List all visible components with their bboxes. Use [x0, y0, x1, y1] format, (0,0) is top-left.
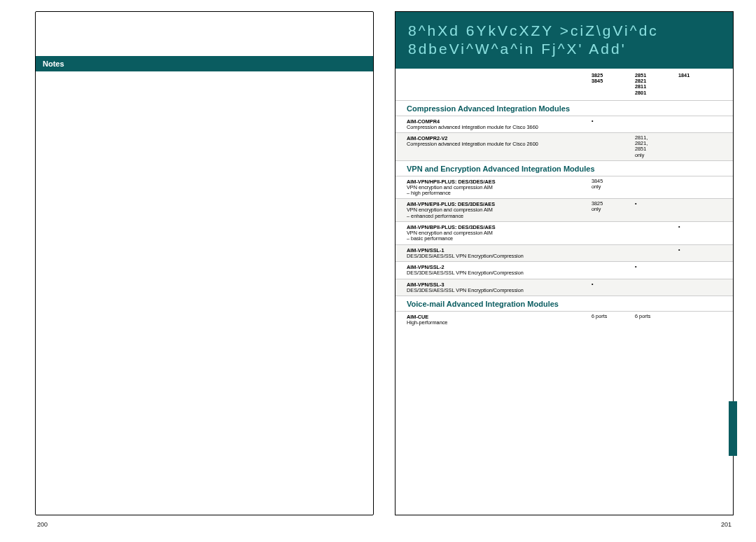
row-col — [678, 179, 722, 197]
row-col: • — [592, 282, 635, 293]
row-col — [678, 264, 722, 276]
row-col — [678, 135, 722, 158]
row-label: AIM-VPN/SSL-3DES/3DES/AES/SSL VPN Encryp… — [407, 282, 592, 293]
row-col: • — [678, 247, 722, 259]
row-cols: 6 ports6 ports — [592, 314, 722, 326]
row-desc: High-performance — [407, 320, 586, 326]
table-row: AIM-CUEHigh-performance6 ports6 ports — [396, 311, 733, 328]
row-col — [592, 224, 635, 242]
row-col — [678, 314, 722, 326]
table-row: AIM-VPN/SSL-3DES/3DES/AES/SSL VPN Encryp… — [396, 279, 733, 296]
table-row: AIM-VPN/BPII-PLUS: DES/3DES/AESVPN encry… — [396, 221, 733, 244]
row-desc: Compression advanced integration module … — [407, 125, 586, 130]
right-page-title: 8^hXd 6YkVcXZY >ciZ\gVi^dc 8dbeVi^W^a^in… — [396, 12, 733, 69]
row-col — [678, 118, 722, 130]
column-headers: 38253845 2851282128112801 1841 — [396, 69, 733, 101]
sections-container: Compression Advanced Integration Modules… — [396, 100, 733, 328]
right-page: 8^hXd 6YkVcXZY >ciZ\gVi^dc 8dbeVi^W^a^in… — [395, 11, 734, 515]
table-row: AIM-VPN/HPII-PLUS: DES/3DES/AESVPN encry… — [396, 176, 733, 199]
row-col: 6 ports — [635, 314, 678, 326]
row-col — [592, 264, 635, 276]
section-title: VPN and Encryption Advanced Integration … — [396, 160, 733, 176]
row-col: 3825only — [592, 201, 635, 219]
row-col — [592, 247, 635, 259]
row-desc: DES/3DES/AES/SSL VPN Encryption/Compress… — [407, 253, 586, 259]
row-label: AIM-CUEHigh-performance — [407, 314, 592, 326]
row-desc: VPN encryption and compression AIM– enha… — [407, 207, 586, 219]
row-col: • — [592, 118, 635, 130]
row-col: 3845only — [592, 179, 635, 197]
col-header-1: 38253845 — [592, 73, 635, 97]
row-col — [678, 282, 722, 293]
left-page: Notes 200 — [35, 11, 374, 515]
table-row: AIM-VPN/EPII-PLUS: DES/3DES/AESVPN encry… — [396, 198, 733, 221]
section-title: Compression Advanced Integration Modules — [396, 100, 733, 116]
row-cols: 3825only• — [592, 201, 722, 219]
row-col: • — [635, 201, 678, 219]
row-desc: Compression advanced integration module … — [407, 141, 586, 147]
row-desc: VPN encryption and compression AIM– basi… — [407, 230, 586, 242]
row-cols: • — [592, 264, 722, 276]
row-col: 2811,2821,2851only — [635, 135, 678, 158]
row-col — [678, 201, 722, 219]
col-header-3: 1841 — [678, 73, 722, 97]
row-col — [635, 247, 678, 259]
row-label: AIM-VPN/BPII-PLUS: DES/3DES/AESVPN encry… — [407, 224, 592, 242]
row-col — [635, 118, 678, 130]
row-col — [635, 224, 678, 242]
section-title: Voice-mail Advanced Integration Modules — [396, 296, 733, 311]
title-line-1: 8^hXd 6YkVcXZY >ciZ\gVi^dc — [408, 22, 724, 40]
row-label: AIM-COMPR2-V2Compression advanced integr… — [407, 135, 592, 158]
table-row: AIM-COMPR4Compression advanced integrati… — [396, 116, 733, 132]
row-cols: 2811,2821,2851only — [592, 135, 722, 158]
row-cols: 3845only — [592, 179, 722, 197]
row-desc: DES/3DES/AES/SSL VPN Encryption/Compress… — [407, 270, 586, 276]
row-cols: • — [592, 224, 722, 242]
row-col — [635, 282, 678, 293]
left-header-spacer — [36, 12, 373, 56]
row-label: AIM-VPN/SSL-1DES/3DES/AES/SSL VPN Encryp… — [407, 247, 592, 259]
row-label: AIM-VPN/EPII-PLUS: DES/3DES/AESVPN encry… — [407, 201, 592, 219]
right-page-number: 201 — [721, 521, 732, 528]
row-cols: • — [592, 282, 722, 293]
row-label: AIM-COMPR4Compression advanced integrati… — [407, 118, 592, 130]
row-col — [635, 179, 678, 197]
title-line-2: 8dbeVi^W^a^in Fj^X' Add' — [408, 40, 724, 58]
row-desc: VPN encryption and compression AIM– high… — [407, 185, 586, 197]
row-label: AIM-VPN/HPII-PLUS: DES/3DES/AESVPN encry… — [407, 179, 592, 197]
row-desc: DES/3DES/AES/SSL VPN Encryption/Compress… — [407, 288, 586, 293]
row-cols: • — [592, 247, 722, 259]
table-row: AIM-VPN/SSL-1DES/3DES/AES/SSL VPN Encryp… — [396, 244, 733, 261]
row-col — [592, 135, 635, 158]
side-tab — [729, 401, 737, 456]
table-row: AIM-VPN/SSL-2DES/3DES/AES/SSL VPN Encryp… — [396, 261, 733, 278]
row-col: • — [678, 224, 722, 242]
notes-header: Notes — [36, 56, 373, 71]
row-col: • — [635, 264, 678, 276]
left-page-number: 200 — [37, 521, 48, 528]
col-header-2: 2851282128112801 — [635, 73, 678, 97]
table-row: AIM-COMPR2-V2Compression advanced integr… — [396, 132, 733, 160]
row-col: 6 ports — [592, 314, 635, 326]
row-cols: • — [592, 118, 722, 130]
row-label: AIM-VPN/SSL-2DES/3DES/AES/SSL VPN Encryp… — [407, 264, 592, 276]
